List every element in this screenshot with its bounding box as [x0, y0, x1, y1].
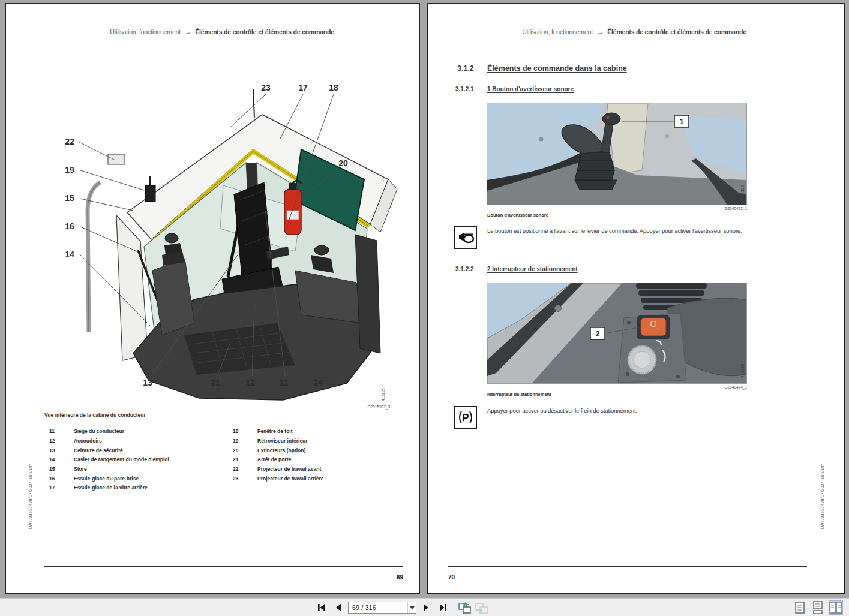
legend-label: Essuie-glace du pare-brise — [74, 476, 139, 482]
legend-label: Ceinture de sécurité — [74, 447, 123, 453]
subsection-title: 1 Bouton d'avertisseur sonore — [487, 86, 574, 92]
photo-code: G2040472_1 — [699, 206, 747, 211]
breadcrumb-arrow-icon: → — [185, 28, 191, 35]
legend-label: Siège du conducteur — [74, 428, 124, 434]
callout-16: 16 — [65, 221, 74, 231]
legend-label: Projecteur de travail arrière — [257, 476, 324, 482]
photo-parking-switch: 2 413323 — [487, 283, 747, 384]
page-header: Utilisation, fonctionnement → Éléments d… — [486, 28, 782, 35]
callout-11: 11 — [280, 378, 289, 387]
breadcrumb-arrow-icon: → — [597, 28, 603, 35]
photo-caption: Interrupteur de stationnement — [487, 392, 551, 397]
page-dropdown-arrow-icon[interactable] — [407, 602, 416, 613]
single-page-view-button[interactable] — [793, 600, 807, 615]
photo-code: G2040474_1 — [699, 385, 747, 389]
legend-num: 15 — [49, 466, 74, 472]
figure-caption: Vue intérieure de la cabine du conducteu… — [44, 412, 146, 418]
photo-parking-switch-image: 2 413323 — [487, 283, 746, 383]
body-text-1: Le bouton est positionné à l'avant sur l… — [487, 227, 742, 234]
front-work-light — [108, 154, 125, 164]
breadcrumb: Utilisation, fonctionnement — [110, 28, 181, 35]
pdf-viewer: Utilisation, fonctionnement → Éléments d… — [0, 0, 849, 616]
legend-num: 18 — [233, 428, 257, 434]
legend-label: Projecteur de travail avant — [257, 466, 321, 472]
legend-num: 11 — [49, 428, 74, 434]
right-joystick — [314, 245, 329, 255]
page-number: 70 — [448, 574, 455, 581]
callout-24: 24 — [313, 378, 323, 387]
footer-rule — [448, 566, 807, 567]
section-title: Éléments de commande dans la cabine — [487, 64, 627, 73]
previous-view-button[interactable] — [457, 600, 472, 615]
antenna — [253, 89, 254, 118]
callout-19: 19 — [65, 165, 74, 175]
page-number: 69 — [390, 574, 403, 581]
body-text-2: Appuyer pour activer ou désactiver le fr… — [487, 407, 637, 414]
callout-17: 17 — [298, 83, 308, 92]
footer-rule — [44, 566, 403, 567]
legend-num: 17 — [49, 485, 74, 491]
figure-code: G2015327_3 — [342, 405, 390, 409]
document-id-vertical: LWT/93517478/07/2024-10-01/fr — [28, 464, 33, 529]
callout-14: 14 — [65, 250, 74, 259]
photo-horn-button: 1 413322 — [487, 103, 747, 205]
left-joystick — [165, 233, 178, 243]
callout-20: 20 — [338, 158, 348, 168]
callout-13: 13 — [143, 378, 152, 387]
callout-21: 21 — [211, 378, 220, 387]
photo-caption: Bouton d'avertisseur sonore — [487, 212, 548, 218]
document-id-vertical: LWT/93517478/07/2024-10-01/fr — [820, 464, 825, 529]
viewer-toolbar: 69 / 316 — [0, 598, 849, 616]
callout-15: 15 — [65, 193, 74, 203]
page-number-input[interactable]: 69 / 316 — [348, 602, 416, 614]
horn-symbol-box — [454, 226, 477, 249]
continuous-view-button[interactable] — [811, 600, 825, 615]
next-view-button[interactable] — [474, 600, 488, 615]
subsection-number: 3.1.2.1 — [455, 86, 487, 92]
cab-interior-diagram: 23 17 18 22 19 15 16 14 20 13 21 12 11 2… — [43, 71, 403, 407]
horn-icon — [456, 228, 475, 247]
next-page-button[interactable] — [419, 600, 433, 615]
previous-page-button[interactable] — [331, 600, 346, 615]
legend-label: Rétroviseur intérieur — [257, 438, 308, 444]
photo-id-vertical: 413323 — [740, 364, 745, 378]
legend-num: 22 — [233, 466, 257, 472]
legend-label: Casier de rangement du mode d'emploi — [74, 456, 169, 462]
interior-mirror — [145, 185, 155, 202]
section-number: 3.1.2 — [457, 64, 487, 73]
legend-num: 16 — [49, 476, 74, 482]
page-header: Utilisation, fonctionnement → Éléments d… — [42, 28, 402, 35]
legend-num: 21 — [233, 456, 257, 462]
legend-num: 20 — [233, 447, 257, 453]
legend-label: Fenêtre de toit — [257, 428, 293, 434]
handrail — [88, 182, 100, 332]
legend-label: Extincteurs (option) — [257, 447, 305, 453]
callout-12: 12 — [245, 378, 255, 387]
subsection-heading-2: 3.1.2.2 2 Interrupteur de stationnement — [455, 266, 578, 272]
legend-label: Arrêt de porte — [257, 456, 291, 462]
front-pillar — [116, 215, 148, 360]
photo-callout-1: 1 — [680, 118, 684, 126]
two-page-view-button[interactable] — [829, 600, 843, 615]
legend-label: Essuie-glace de la vitre arrière — [74, 485, 148, 491]
last-page-button[interactable] — [436, 600, 450, 615]
callout-23: 23 — [261, 83, 271, 92]
subsection-title: 2 Interrupteur de stationnement — [487, 266, 578, 272]
legend-num: 14 — [49, 456, 74, 462]
photo-id-vertical: 413322 — [740, 185, 745, 199]
callout-18: 18 — [329, 83, 338, 92]
figure-number-vertical: 412125 — [381, 388, 385, 401]
legend-num: 19 — [233, 438, 257, 444]
joystick-bellows — [575, 152, 617, 190]
page-indicator: 69 / 316 — [352, 604, 407, 611]
page-title: Éléments de contrôle et éléments de comm… — [195, 28, 334, 35]
svg-text:P: P — [462, 412, 469, 423]
legend-num: 12 — [49, 438, 74, 444]
legend-label: Accoudoirs — [74, 438, 102, 444]
first-page-button[interactable] — [314, 600, 329, 615]
subsection-number: 3.1.2.2 — [455, 266, 487, 272]
horn-button — [602, 113, 620, 125]
photo-horn-button-image: 1 413322 — [487, 103, 746, 205]
document-page-70: Utilisation, fonctionnement → Éléments d… — [427, 3, 845, 594]
legend-num: 13 — [49, 447, 74, 453]
